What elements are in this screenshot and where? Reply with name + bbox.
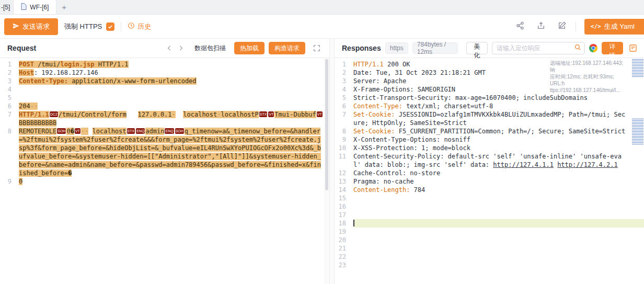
code-line[interactable]: 3Content-Type: application/x-www-form-ur…: [0, 77, 329, 85]
code-line[interactable]: 7HTTP/1.1DC2/tmui/Control/form 127.0.0.1…: [0, 110, 329, 127]
line-number: 10: [335, 144, 353, 152]
minimap-block: [632, 59, 643, 77]
code-line[interactable]: 17: [335, 211, 644, 219]
code-line[interactable]: 15: [335, 194, 644, 202]
code-line[interactable]: 8Set-Cookie: F5_CURRENT_PARTITION=Common…: [335, 127, 644, 135]
line-number: 1: [0, 60, 19, 69]
search-icon[interactable]: [574, 43, 581, 53]
share-nodes-icon: [516, 21, 524, 31]
tab-active-label: WF-[6]: [30, 4, 49, 11]
code-line[interactable]: 1HTTP/1.1 200 OK: [335, 60, 644, 69]
line-number: 4: [0, 85, 19, 94]
code-line[interactable]: 2Date: Tue, 31 Oct 2023 21:18:21 GMT: [335, 69, 644, 77]
code-line[interactable]: 7Set-Cookie: JSESSIONID=ozlafg1mTMVKXkbk…: [335, 110, 644, 127]
line-number: 6: [335, 102, 353, 110]
minimap-block: [632, 119, 643, 145]
export-button[interactable]: [534, 19, 548, 34]
code-line[interactable]: 3Server: Apache: [335, 77, 644, 85]
request-editor[interactable]: 1POST /tmui/login.jsp HTTP/1.12Host: 192…: [0, 58, 329, 284]
generate-yaml-button[interactable]: </> 生成 Yaml: [584, 19, 644, 35]
code-line[interactable]: 23: [335, 261, 644, 269]
edit-button[interactable]: [555, 19, 569, 34]
code-line[interactable]: 16: [335, 202, 644, 211]
response-panel-header: Responses https 784bytes / 12ms 美化 详情: [335, 39, 644, 58]
line-number: 19: [335, 228, 353, 236]
code-line[interactable]: 22: [335, 253, 644, 261]
code-line[interactable]: 90: [0, 177, 329, 186]
response-editor[interactable]: 1HTTP/1.1 200 OK2Date: Tue, 31 Oct 2023 …: [335, 58, 644, 284]
code-line[interactable]: 1POST /tmui/login.jsp HTTP/1.1: [0, 60, 329, 69]
panel-splitter[interactable]: [329, 39, 335, 284]
response-panel: Responses https 784bytes / 12ms 美化 详情 1H…: [335, 39, 644, 284]
code-line[interactable]: 13Pragma: no-cache: [335, 177, 644, 186]
code-line[interactable]: 5Strict-Transport-Security: max-age=1607…: [335, 94, 644, 102]
history-button[interactable]: 历史: [128, 22, 151, 31]
history-next-button[interactable]: [176, 41, 186, 55]
tab-bar: -[5] WF-[6] +: [0, 0, 644, 15]
code-line[interactable]: 8REMOTEROLESOH0�VT·· localhostSTXENQadmi…: [0, 127, 329, 177]
line-number: 8: [335, 127, 353, 135]
code-line[interactable]: 18: [335, 219, 644, 228]
code-line[interactable]: 10X-XSS-Protection: 1; mode=block: [335, 144, 644, 152]
scrollbar-thumb[interactable]: [325, 59, 328, 190]
checkbox-checked-icon[interactable]: [106, 22, 114, 31]
line-number: 23: [335, 261, 353, 269]
add-tab-button[interactable]: +: [56, 0, 72, 14]
extract-data-button[interactable]: [627, 41, 639, 55]
force-https-toggle[interactable]: 强制 HTTPS: [64, 22, 114, 31]
line-number: 7: [335, 110, 353, 127]
export-icon: [537, 21, 545, 31]
send-request-button[interactable]: 发送请求: [4, 18, 58, 35]
response-search-box: [492, 42, 585, 54]
open-in-chrome-icon[interactable]: [589, 44, 597, 52]
request-panel: Request 数据包扫描 热加载 构造请求 1POST /tmui/login…: [0, 39, 329, 284]
beautify-button[interactable]: 美化: [466, 42, 488, 54]
tab-previous[interactable]: -[5]: [0, 0, 13, 14]
send-request-label: 发送请求: [22, 22, 50, 31]
code-line[interactable]: 4X-Frame-Options: SAMEORIGIN: [335, 85, 644, 94]
line-number: 13: [335, 177, 353, 186]
edit-pencil-icon: [558, 21, 566, 31]
code-line[interactable]: 4: [0, 85, 329, 94]
clock-icon: [128, 22, 135, 31]
line-number: 4: [335, 85, 353, 94]
response-search-input[interactable]: [497, 44, 572, 52]
line-number: 9: [0, 177, 19, 186]
history-prev-button[interactable]: [164, 41, 175, 55]
details-button[interactable]: 详情: [602, 42, 623, 54]
code-line[interactable]: 6Content-Type: text/xml; charset=utf-8: [335, 102, 644, 110]
toolbar-divider: [121, 22, 121, 31]
line-number: 17: [335, 211, 353, 219]
code-line[interactable]: 5: [0, 94, 329, 102]
code-line[interactable]: 11Content-Security-Policy: default-src '…: [335, 152, 644, 169]
fullscreen-button[interactable]: [309, 41, 324, 55]
hot-reload-button[interactable]: 热加载: [234, 42, 264, 54]
toolbar-divider: [576, 22, 576, 31]
line-number: 2: [335, 69, 353, 77]
code-line[interactable]: 9X-Content-Type-Options: nosniff: [335, 135, 644, 144]
line-number: 3: [0, 77, 19, 85]
code-line[interactable]: 14Content-Length: 784: [335, 186, 644, 194]
editor-minimap[interactable]: [631, 58, 644, 284]
code-line[interactable]: 20: [335, 236, 644, 244]
line-number: 6: [0, 102, 19, 110]
history-label: 历史: [137, 22, 151, 31]
tab-active[interactable]: WF-[6]: [13, 0, 56, 14]
code-line[interactable]: 21: [335, 244, 644, 253]
code-line[interactable]: 2Host: 192.168.127.146: [0, 69, 329, 77]
code-line[interactable]: 12Cache-Control: no-store: [335, 169, 644, 177]
packet-scan-button[interactable]: 数据包扫描: [190, 42, 230, 54]
line-number: 7: [0, 110, 19, 127]
code-line[interactable]: 19: [335, 228, 644, 236]
line-number: 8: [0, 127, 19, 177]
line-number: 22: [335, 253, 353, 261]
stats-badge: 784bytes / 12ms: [412, 42, 458, 54]
code-line[interactable]: 6204··: [0, 102, 329, 110]
line-number: 18: [335, 219, 353, 228]
request-scrollbar[interactable]: [324, 58, 329, 284]
extract-data-icon: [629, 44, 637, 52]
line-number: 14: [335, 186, 353, 194]
build-request-button[interactable]: 构造请求: [269, 42, 305, 54]
share-button[interactable]: [513, 19, 527, 34]
protocol-badge: https: [385, 42, 408, 54]
